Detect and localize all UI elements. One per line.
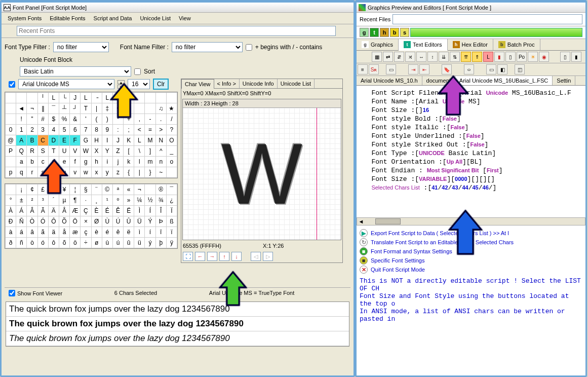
char-cell[interactable]: ¦ — [70, 184, 81, 195]
tab-text-editors[interactable]: tText Editors — [399, 39, 447, 51]
char-cell[interactable]: p — [6, 167, 16, 178]
char-cell[interactable]: · — [81, 195, 91, 206]
char-cell[interactable]: B — [27, 135, 37, 146]
char-cell[interactable]: ' — [81, 114, 91, 125]
doc-tab-settings[interactable]: Settin — [553, 76, 575, 85]
tb-rect-icon[interactable]: ▭ — [386, 64, 396, 74]
char-cell[interactable]: Ñ — [16, 216, 27, 227]
char-cell[interactable]: | — [134, 167, 145, 178]
char-cell[interactable]: R — [27, 146, 37, 157]
char-cell[interactable]: ◄ — [16, 103, 27, 114]
char-cell[interactable]: ¾ — [155, 195, 166, 206]
char-cell[interactable]: @ — [6, 135, 16, 146]
char-cell[interactable]: ★ — [166, 103, 177, 114]
tab-info[interactable]: < Info > — [214, 79, 240, 88]
char-cell[interactable]: ô — [48, 238, 59, 248]
char-cell[interactable]: ó — [37, 238, 48, 248]
char-cell[interactable]: ( — [91, 114, 102, 125]
char-cell[interactable]: L — [134, 135, 145, 146]
char-cell[interactable]: ¯ — [48, 103, 59, 114]
tb-fliparrows-icon[interactable]: ⇅ — [450, 52, 460, 62]
char-cell[interactable]: i — [102, 157, 112, 167]
char-cell[interactable]: á — [16, 227, 27, 238]
tb-hflip-icon[interactable]: ⇄ — [383, 52, 393, 62]
char-cell[interactable]: ý — [145, 238, 155, 248]
char-cell[interactable]: ¨ — [91, 184, 102, 195]
char-cell[interactable] — [16, 93, 27, 103]
char-cell[interactable]: ð — [6, 238, 16, 248]
char-cell[interactable]: ë — [124, 227, 134, 238]
tb-misc3-icon[interactable]: ◫ — [515, 64, 525, 74]
char-cell[interactable]: o — [166, 157, 177, 167]
tb-hcontract-icon[interactable]: ↔ — [416, 52, 426, 62]
char-cell[interactable]: K — [124, 135, 134, 146]
char-cell[interactable]: ¬ — [134, 184, 145, 195]
char-cell[interactable]: f — [70, 157, 81, 167]
char-cell[interactable]: S — [37, 146, 48, 157]
char-cell[interactable]: ² — [27, 195, 37, 206]
char-cell[interactable]: Í — [145, 206, 155, 216]
tb-sun-icon[interactable]: ☀ — [528, 52, 538, 62]
char-cell[interactable]: Ý — [145, 216, 155, 227]
char-cell[interactable]: U — [59, 146, 69, 157]
char-cell[interactable]: H — [91, 135, 102, 146]
tab-hex-editor[interactable]: hHex Editor — [448, 39, 493, 50]
font-name-filter[interactable]: no filter — [172, 42, 243, 52]
char-cell[interactable] — [145, 103, 155, 114]
menu-editable-fonts[interactable]: Editable Fonts — [46, 14, 89, 23]
tb-grid-icon[interactable]: ▦ — [372, 52, 382, 62]
char-cell[interactable]: & — [70, 114, 81, 125]
char-cell[interactable]: { — [124, 167, 134, 178]
char-cell[interactable]: J — [112, 135, 123, 146]
tb-upall-icon[interactable]: ⇑ — [472, 52, 482, 62]
char-cell[interactable] — [155, 93, 166, 103]
tb-menu-icon[interactable]: ≡ — [358, 64, 368, 74]
char-cell[interactable]: x — [91, 167, 102, 178]
menu-view[interactable]: View — [175, 14, 195, 23]
char-cell[interactable]: þ — [155, 238, 166, 248]
char-cell[interactable]: : — [112, 125, 123, 135]
contains-checkbox[interactable] — [246, 44, 252, 51]
char-cell[interactable]: » — [124, 195, 134, 206]
char-cell[interactable]: l — [134, 157, 145, 167]
doc-tab-header[interactable]: Arial Unicode MS_10.h — [357, 76, 422, 85]
char-cell[interactable]: ú — [112, 238, 123, 248]
char-cell[interactable] — [166, 93, 177, 103]
char-cell[interactable]: ° — [6, 195, 16, 206]
char-cell[interactable]: ÷ — [81, 238, 91, 248]
chip-h[interactable]: h — [380, 28, 389, 37]
tb-col1-icon[interactable]: ▯ — [560, 52, 570, 62]
char-cell[interactable]: W — [81, 146, 91, 157]
char-cell[interactable]: Ë — [124, 206, 134, 216]
tb-dnarrows-icon[interactable]: ⇊ — [439, 52, 449, 62]
tb-in-icon[interactable]: ⇥ — [408, 64, 418, 74]
char-cell[interactable]: 2 — [27, 125, 37, 135]
char-cell[interactable]: ~ — [155, 167, 166, 178]
char-cell[interactable]: k — [124, 157, 134, 167]
tb-po-icon[interactable]: Po — [517, 52, 527, 62]
char-cell[interactable]: Ì — [134, 206, 145, 216]
char-cell[interactable]: ä — [48, 227, 59, 238]
tb-misc2-icon[interactable]: ◧ — [497, 64, 507, 74]
char-cell[interactable]: A — [16, 135, 27, 146]
char-cell[interactable]: ½ — [145, 195, 155, 206]
char-cell[interactable]: Õ — [59, 216, 69, 227]
char-cell[interactable]: a — [16, 157, 27, 167]
char-cell[interactable]: 4 — [48, 125, 59, 135]
char-cell[interactable]: ì — [134, 227, 145, 238]
char-cell[interactable]: 8 — [91, 125, 102, 135]
char-cell[interactable] — [6, 114, 16, 125]
char-cell[interactable]: = — [145, 125, 155, 135]
char-cell[interactable] — [6, 93, 16, 103]
char-cell[interactable]: ç — [81, 227, 91, 238]
chip-t[interactable]: t — [370, 28, 379, 37]
chip-s[interactable]: s — [400, 28, 409, 37]
char-cell[interactable]: Ù — [102, 216, 112, 227]
char-cell[interactable]: Ï — [166, 206, 177, 216]
char-cell[interactable]: ♫ — [155, 103, 166, 114]
char-cell[interactable]: " — [27, 114, 37, 125]
nav-expand-icon[interactable]: ⛶ — [183, 252, 193, 261]
char-cell[interactable]: æ — [70, 227, 81, 238]
char-cell[interactable]: Ð — [6, 216, 16, 227]
char-cell[interactable]: C — [37, 135, 48, 146]
